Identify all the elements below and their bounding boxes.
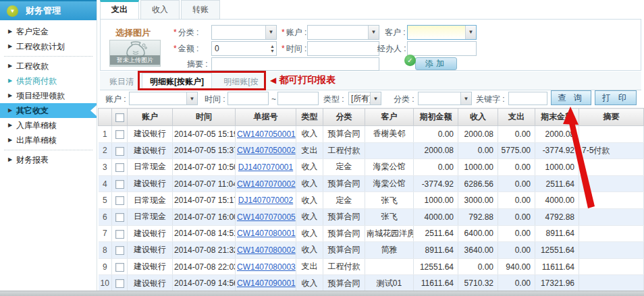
- amount-value: 0: [215, 44, 219, 53]
- filter-time-from-input[interactable]: [227, 92, 269, 105]
- doc-link[interactable]: CW1407080003: [237, 262, 296, 272]
- detail-tab-1[interactable]: 账目清单: [103, 73, 140, 90]
- doc-link[interactable]: CW1407070005: [237, 212, 296, 222]
- column-header: 单据号: [236, 109, 296, 126]
- table-header-row: 账户时间单据号类型分类客户期初金额收入支出期末金额摘要: [99, 109, 644, 126]
- search-button[interactable]: 查 询: [551, 90, 591, 105]
- tab-1[interactable]: 支出: [100, 0, 139, 19]
- chevron-down-icon[interactable]: ▼: [186, 92, 197, 105]
- sidebar-header[interactable]: ▼ 财务管理: [0, 0, 97, 20]
- chevron-down-icon[interactable]: ▼: [370, 92, 381, 105]
- upload-image-box[interactable]: 暂未上传图片: [109, 40, 161, 67]
- doc-link[interactable]: CW1407050001: [237, 129, 296, 139]
- category-select[interactable]: ▼: [211, 25, 277, 40]
- cell-account: 建设银行: [128, 126, 173, 143]
- item-arrow-icon: ▶: [8, 59, 12, 73]
- doc-link[interactable]: CW1407080002: [237, 245, 296, 255]
- chevron-down-icon[interactable]: ▼: [460, 92, 471, 105]
- cell-doc: CW1407080002: [236, 242, 296, 259]
- row-checkbox[interactable]: [115, 180, 124, 189]
- detail-tab-2[interactable]: 明细账[按账户]: [142, 73, 212, 91]
- cell-expense: 0.00: [498, 225, 535, 242]
- add-button[interactable]: 添加: [415, 57, 457, 70]
- sidebar-item-4[interactable]: ▶供货商付款: [0, 73, 97, 88]
- cell-category: 预算合同: [323, 175, 365, 192]
- row-checkbox[interactable]: [115, 196, 124, 205]
- row-checkbox[interactable]: [115, 230, 124, 239]
- amount-stepper[interactable]: 0 ▲ ▼: [211, 41, 277, 56]
- filter-type-select[interactable]: [所有]▼: [348, 92, 381, 105]
- sidebar-item-2[interactable]: ▶工程收款计划: [0, 39, 97, 54]
- filter-keyword-input[interactable]: [508, 92, 547, 105]
- spin-down-icon[interactable]: ▼: [270, 48, 275, 54]
- tab-2[interactable]: 收入: [140, 0, 180, 19]
- row-checkbox[interactable]: [115, 213, 124, 222]
- sidebar-item-7[interactable]: ▶入库单稽核: [0, 118, 97, 133]
- sidebar-item-label: 供货商付款: [16, 76, 57, 86]
- chevron-down-icon[interactable]: ▼: [465, 26, 476, 39]
- cell-category: 预算合同: [323, 208, 365, 225]
- filter-account-select[interactable]: ▼: [129, 92, 198, 105]
- chevron-down-icon[interactable]: ▼: [368, 26, 379, 39]
- customer-select[interactable]: ▼: [407, 25, 477, 40]
- sidebar-item-6[interactable]: ▶其它收支: [0, 103, 97, 118]
- num: 8: [99, 242, 112, 259]
- row-checkbox[interactable]: [115, 279, 124, 288]
- account-select[interactable]: ▼: [307, 25, 379, 40]
- doc-link[interactable]: CW1407070002: [237, 179, 296, 189]
- sidebar-item-1[interactable]: ▶客户定金: [0, 24, 97, 39]
- print-button[interactable]: 打 印: [595, 90, 637, 105]
- time-input[interactable]: [307, 41, 379, 56]
- filter-category-select[interactable]: ▼: [418, 92, 472, 105]
- doc-link[interactable]: DJ1407070001: [238, 162, 293, 172]
- cell-income: 2000.08: [458, 126, 498, 143]
- cell-closing: 4000.00: [535, 192, 579, 209]
- sidebar-divider: [4, 150, 92, 150]
- num: 7: [99, 225, 112, 242]
- cell-opening: 8911.64: [414, 242, 458, 259]
- main-content: 支出收入转账 选择图片 暂未上传图片 *分类 : ▼ *账户 : ▼ 客户 : …: [97, 0, 644, 296]
- cell-account: 日常现金: [128, 159, 173, 176]
- cell-opening: 0.00: [414, 159, 458, 176]
- select-all-checkbox[interactable]: [115, 113, 124, 122]
- sidebar-item-3[interactable]: ▶工程收款: [0, 59, 97, 73]
- detail-tab-3[interactable]: 明细账[按客户]: [213, 73, 269, 90]
- table-row: 3日常现金2014-07-07 10:50DJ1407070001收入定金海棠公…: [99, 159, 644, 176]
- table-row: 8建设银行2014-07-08 21:32CW1407080002收入预算合同简…: [99, 242, 644, 259]
- chevron-down-icon[interactable]: ▼: [265, 26, 276, 39]
- cell-opening: 4000.00: [414, 208, 458, 225]
- sidebar-item-label: 客户定金: [16, 27, 49, 36]
- cell-time: 2014-07-07 11:04: [173, 175, 236, 192]
- cell-type: 收入: [296, 275, 323, 292]
- cell-customer: [365, 258, 414, 275]
- horizontal-scrollbar[interactable]: [0, 291, 644, 296]
- tab-3[interactable]: 转账: [181, 0, 220, 19]
- doc-link[interactable]: DJ1407070002: [238, 196, 293, 205]
- table-row: 9建设银行2014-07-08 22:03CW1407080003支出工程付款1…: [99, 258, 644, 275]
- row-checkbox[interactable]: [115, 263, 124, 272]
- sidebar-item-9[interactable]: ▶财务报表: [0, 152, 97, 167]
- row-checkbox-cell: [112, 142, 128, 159]
- cell-doc: CW1407070005: [236, 208, 296, 225]
- item-arrow-icon: ▶: [8, 39, 12, 54]
- cell-closing: 2511.64: [535, 175, 579, 192]
- cell-account: 建设银行: [128, 225, 173, 242]
- doc-link[interactable]: CW1407090001: [237, 278, 296, 288]
- doc-link[interactable]: CW1407050002: [237, 146, 296, 155]
- doc-link[interactable]: CW1407080001: [237, 229, 296, 238]
- row-checkbox[interactable]: [115, 246, 124, 255]
- row-checkbox[interactable]: [115, 130, 124, 139]
- handler-input[interactable]: [407, 41, 477, 56]
- filter-time-to-input[interactable]: [277, 92, 319, 105]
- summary-input[interactable]: [211, 57, 379, 71]
- row-checkbox-cell: [112, 242, 128, 259]
- sidebar-item-8[interactable]: ▶出库单稽核: [0, 133, 97, 148]
- row-checkbox[interactable]: [115, 147, 124, 156]
- choose-image-label[interactable]: 选择图片: [115, 27, 151, 39]
- row-checkbox[interactable]: [115, 163, 124, 172]
- sidebar-item-label: 工程收款: [16, 61, 49, 71]
- left-arrow-icon: ◀: [270, 76, 276, 85]
- cell-expense: 0.00: [498, 192, 535, 209]
- sidebar-item-5[interactable]: ▶项目经理领款: [0, 88, 97, 103]
- num: 10: [99, 275, 112, 292]
